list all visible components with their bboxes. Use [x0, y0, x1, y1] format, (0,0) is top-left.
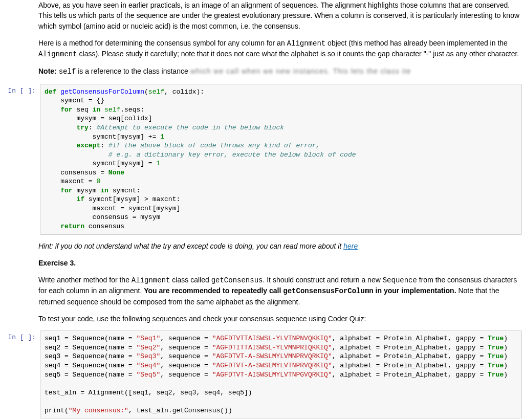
code-inline: Alignment — [287, 39, 326, 48]
exercise-p1: Write another method for the Alignment c… — [38, 275, 522, 307]
code-input[interactable]: seq1 = Sequence(name = "Seq1", sequence … — [40, 330, 522, 418]
code-inline: getConsensus — [211, 276, 263, 284]
input-prompt: In [ ]: — [0, 84, 40, 235]
blurred-text: which we call when we new instances. Thi… — [190, 66, 411, 76]
code-input[interactable]: def getConsensusForColumn(self, colidx):… — [40, 84, 522, 235]
code-inline: self — [59, 68, 76, 76]
code-inline: getConsensusForColumn — [283, 287, 373, 295]
intro-p1: Above, as you have seen in earlier pract… — [38, 0, 522, 31]
hint-p: Hint: if you do not understand what the … — [38, 241, 522, 251]
code-inline: Alignment — [132, 276, 170, 284]
hint-text: Hint: if you do not understand what the … — [38, 241, 522, 324]
note-label: Note: — [38, 67, 57, 75]
code-inline: Alignment — [38, 50, 77, 58]
exercise-p2: To test your code, use the following seq… — [38, 314, 522, 324]
intro-p2: Here is a method for determining the con… — [38, 38, 522, 60]
hint-link[interactable]: here — [343, 242, 358, 250]
code-cell-2[interactable]: In [ ]: seq1 = Sequence(name = "Seq1", s… — [0, 330, 524, 418]
notebook-container: Above, as you have seen in earlier pract… — [0, 0, 524, 420]
input-prompt: In [ ]: — [0, 330, 40, 418]
intro-text: Above, as you have seen in earlier pract… — [38, 0, 522, 77]
code-cell-1[interactable]: In [ ]: def getConsensusForColumn(self, … — [0, 84, 524, 235]
exercise-title: Exercise 3. — [38, 258, 522, 268]
intro-note: Note: self is a reference to the class i… — [38, 66, 522, 77]
code-inline: Sequence — [383, 276, 417, 284]
